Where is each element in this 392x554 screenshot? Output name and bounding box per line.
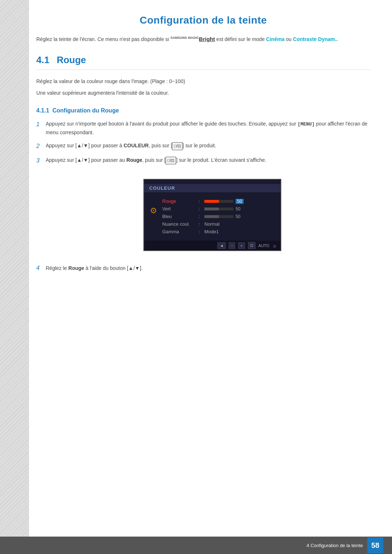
couleur-bold: COULEUR bbox=[123, 143, 148, 148]
btn-back: ◄ bbox=[217, 242, 226, 249]
step-text-3: Appuyez sur [▲/▼] pour passer au Rouge, … bbox=[46, 156, 370, 165]
menu-row-vert: Vert : 50 bbox=[162, 205, 270, 213]
bleu-bar-value: 50 bbox=[236, 214, 240, 219]
footer: 4 Configuration de la teinte 58 bbox=[0, 537, 392, 554]
monitor-screenshot: COULEUR ⚙ Rouge : 50 bbox=[143, 179, 281, 251]
menu-label-nuance: Nuance coul. bbox=[162, 221, 199, 227]
intro-paragraph: Réglez la teinte de l'écran. Ce menu n'e… bbox=[36, 35, 370, 44]
steps-list: 1 Appuyez sur n'importe quel bouton à l'… bbox=[36, 120, 370, 165]
section-label: Rouge bbox=[57, 54, 86, 66]
rouge-bar-track bbox=[204, 200, 233, 203]
monitor-bottom-bar: ◄ − + ⊡ AUTO ☼ bbox=[144, 241, 281, 250]
vert-bar-fill bbox=[204, 208, 219, 210]
page-title: Configuration de la teinte bbox=[36, 15, 370, 26]
menu-row-nuance: Nuance coul. : Normal bbox=[162, 220, 270, 228]
btn-minus: − bbox=[229, 242, 235, 249]
step-number-1: 1 bbox=[36, 120, 41, 129]
vert-bar-value: 50 bbox=[236, 206, 240, 212]
contraste-link: Contraste Dynam.. bbox=[293, 36, 338, 42]
btn-plus: + bbox=[238, 242, 245, 249]
menu-label-vert: Vert bbox=[162, 206, 199, 212]
section-desc2: Une valeur supérieure augmentera l'inten… bbox=[36, 89, 370, 97]
step-text-4: Réglez le Rouge à l'aide du bouton [▲/▼]… bbox=[46, 264, 143, 272]
menu-row-rouge: Rouge : 50 bbox=[162, 197, 270, 205]
btn-icon-3: □/⊡ bbox=[166, 157, 176, 165]
subsection-title: 4.1.1 Configuration du Rouge bbox=[36, 107, 370, 114]
step-text-1: Appuyez sur n'importe quel bouton à l'av… bbox=[46, 120, 370, 136]
vert-bar-track bbox=[204, 208, 233, 210]
brightness-icon: ☼ bbox=[272, 243, 277, 249]
settings-icon: ⚙ bbox=[150, 206, 157, 216]
btn-enter: ⊡ bbox=[248, 242, 256, 249]
section-number: 4.1 bbox=[36, 54, 49, 66]
btn-icon-2: □/⊡ bbox=[172, 142, 183, 150]
bleu-bar-track bbox=[204, 215, 233, 218]
step-number-4: 4 bbox=[36, 263, 41, 273]
samsung-magic-label: SAMSUNG MAGIC bbox=[171, 36, 199, 40]
section-header: 4.1 Rouge bbox=[36, 54, 370, 70]
rouge-bar-container: 50 bbox=[204, 199, 244, 204]
auto-label: AUTO bbox=[258, 243, 269, 248]
monitor-menu-body: ⚙ Rouge : 50 bbox=[144, 195, 281, 238]
step-number-3: 3 bbox=[36, 156, 41, 165]
bleu-bar-container: 50 bbox=[204, 214, 240, 219]
rouge-bar-value: 50 bbox=[236, 199, 244, 204]
step-3: 3 Appuyez sur [▲/▼] pour passer au Rouge… bbox=[36, 156, 370, 165]
menu-label-rouge: Rouge bbox=[162, 198, 199, 204]
step-4: 4 Réglez le Rouge à l'aide du bouton [▲/… bbox=[36, 263, 370, 273]
menu-key: [MENU] bbox=[298, 122, 315, 127]
menu-label-gamma: Gamma bbox=[162, 229, 199, 234]
bright-label: Bright bbox=[199, 36, 215, 42]
monitor-header: COULEUR bbox=[144, 184, 281, 192]
section-desc1: Réglez la valeur de la couleur rouge dan… bbox=[36, 77, 370, 85]
menu-row-bleu: Bleu : 50 bbox=[162, 213, 270, 220]
step-number-2: 2 bbox=[36, 141, 41, 151]
cinema-link: Cinéma bbox=[266, 36, 285, 42]
step-text-2: Appuyez sur [▲/▼] pour passer à COULEUR,… bbox=[46, 141, 370, 150]
nuance-value: Normal bbox=[204, 221, 220, 227]
menu-label-bleu: Bleu bbox=[162, 214, 199, 219]
gamma-value: Mode1 bbox=[204, 229, 219, 234]
vert-bar-container: 50 bbox=[204, 206, 240, 212]
footer-text: 4 Configuration de la teinte bbox=[307, 543, 363, 548]
rouge-bold-4: Rouge bbox=[68, 265, 84, 271]
bleu-bar-fill bbox=[204, 215, 219, 218]
step-2: 2 Appuyez sur [▲/▼] pour passer à COULEU… bbox=[36, 141, 370, 151]
left-decorative-bar bbox=[0, 0, 29, 554]
page-number: 58 bbox=[367, 537, 383, 553]
menu-row-gamma: Gamma : Mode1 bbox=[162, 228, 270, 235]
rouge-bar-fill bbox=[204, 200, 219, 203]
rouge-bold-3: Rouge bbox=[126, 157, 142, 163]
step-1: 1 Appuyez sur n'importe quel bouton à l'… bbox=[36, 120, 370, 136]
monitor-menu: Rouge : 50 Vert : bbox=[144, 195, 281, 238]
